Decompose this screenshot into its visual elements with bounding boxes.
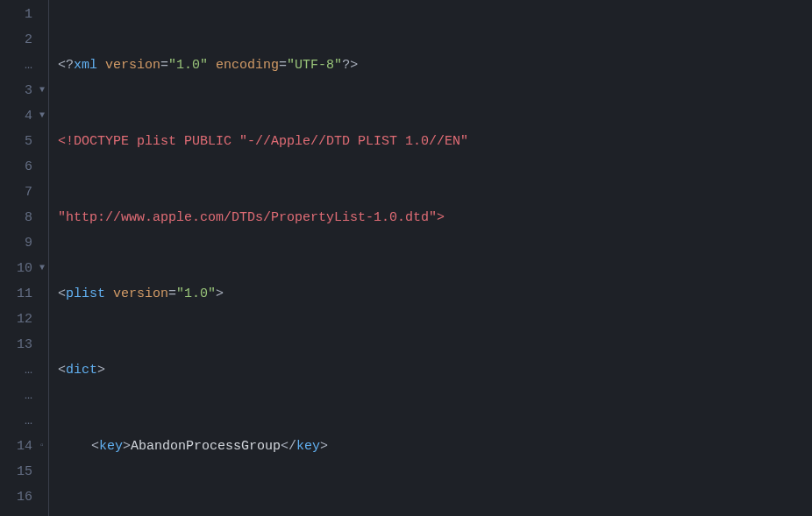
line-number: 12 <box>17 307 32 332</box>
line-number: 15 <box>17 459 32 484</box>
code-area[interactable]: <?xml version="1.0" encoding="UTF-8"?> <… <box>49 0 812 516</box>
code-line[interactable]: <plist version="1.0"> <box>58 281 812 307</box>
line-number: … <box>25 53 32 78</box>
code-line[interactable]: <?xml version="1.0" encoding="UTF-8"?> <box>58 53 812 78</box>
line-number: 14 <box>17 434 32 459</box>
chevron-down-icon[interactable]: ▼ <box>39 77 45 102</box>
chevron-down-icon[interactable]: ▼ <box>39 102 45 128</box>
code-editor: 1 2 … 3▼ 4▼ 5 6 7 8 9 10▼ 11 12 13 … … …… <box>0 0 812 516</box>
line-number: 8 <box>25 205 32 230</box>
line-number-gutter[interactable]: 1 2 … 3▼ 4▼ 5 6 7 8 9 10▼ 11 12 13 … … …… <box>0 0 49 516</box>
line-number: 7 <box>25 180 32 205</box>
line-number: 1 <box>25 2 32 27</box>
code-line[interactable]: <dict> <box>58 357 812 383</box>
line-number: … <box>25 408 32 434</box>
line-number: … <box>25 357 32 383</box>
code-line[interactable]: "http://www.apple.com/DTDs/PropertyList-… <box>58 205 812 230</box>
line-number: … <box>25 383 32 408</box>
line-number: 5 <box>25 129 32 154</box>
code-line[interactable]: <true/> <box>58 510 812 516</box>
line-number: 10 <box>17 256 32 281</box>
chevron-down-icon[interactable]: ▼ <box>39 255 45 280</box>
code-line[interactable]: <!DOCTYPE plist PUBLIC "-//Apple//DTD PL… <box>58 129 812 154</box>
line-number: 9 <box>25 230 32 256</box>
line-number: 11 <box>17 281 32 307</box>
fold-close-icon[interactable]: ▫ <box>39 433 45 458</box>
line-number: 13 <box>17 332 32 357</box>
line-number: 6 <box>25 154 32 180</box>
line-number: 2 <box>25 27 32 53</box>
code-line[interactable]: <key>AbandonProcessGroup</key> <box>58 434 812 459</box>
line-number: 4 <box>25 103 32 129</box>
line-number: 17 <box>17 510 32 516</box>
line-number: 16 <box>17 484 32 510</box>
line-number: 3 <box>25 78 32 103</box>
